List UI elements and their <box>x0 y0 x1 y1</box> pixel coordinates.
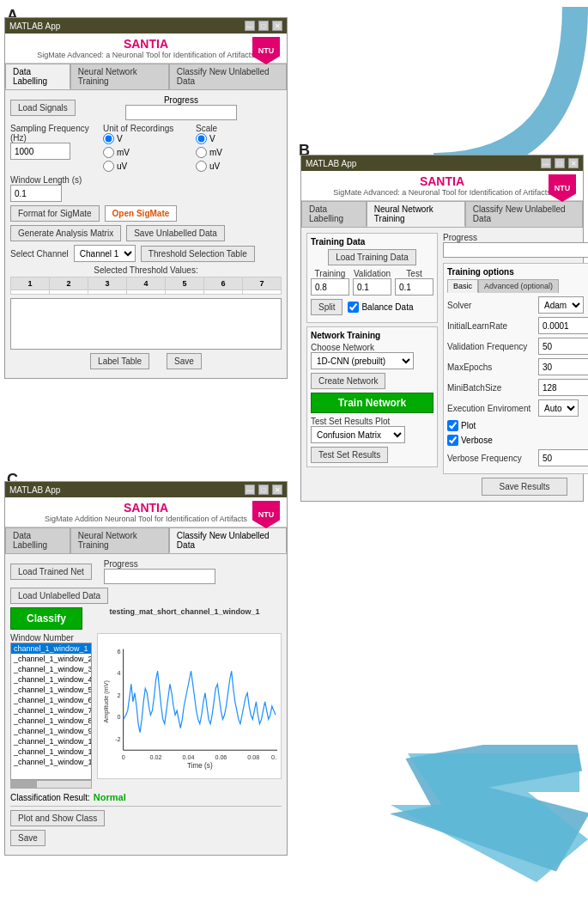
ntu-badge-b: NTU <box>549 174 576 202</box>
maximize-btn-a[interactable]: □ <box>258 21 269 31</box>
channel-select[interactable]: Channel 1 <box>74 245 136 262</box>
list-item-2[interactable]: _channel_1_window_3 <box>11 664 91 674</box>
load-unlabelled-btn[interactable]: Load Unlabelled Data <box>10 588 108 604</box>
maximize-btn-c[interactable]: □ <box>258 484 269 495</box>
list-item-8[interactable]: _channel_1_window_9 <box>11 726 91 736</box>
val-freq-row: Validation Frequency ▲ ▼ <box>447 338 588 355</box>
threshold-scroll-area[interactable] <box>10 298 282 350</box>
sampling-freq-input[interactable] <box>10 143 70 160</box>
classify-btn[interactable]: Classify <box>10 607 82 630</box>
unit-v-radio[interactable] <box>103 133 114 144</box>
train-network-btn[interactable]: Train Network <box>311 393 433 413</box>
minimize-btn-a[interactable]: — <box>245 21 255 31</box>
classification-result-value: Normal <box>94 792 126 802</box>
list-item-9[interactable]: _channel_1_window_1 <box>11 736 91 747</box>
test-input[interactable] <box>395 278 433 296</box>
format-btn[interactable]: Format for SigMate <box>10 205 100 222</box>
threshold-val-7 <box>243 290 282 295</box>
validation-input[interactable] <box>353 278 391 296</box>
load-trained-btn[interactable]: Load Trained Net <box>10 564 92 580</box>
save-btn-a[interactable]: Save <box>167 353 202 369</box>
max-epochs-input[interactable] <box>538 358 588 375</box>
label-table-btn[interactable]: Label Table <box>90 353 149 369</box>
plot-show-class-btn[interactable]: Plot and Show Class <box>10 810 105 826</box>
verbose-checkbox[interactable] <box>447 435 458 446</box>
solver-select[interactable]: Adam <box>538 296 584 314</box>
unit-mv-radio[interactable] <box>103 147 114 158</box>
generate-matrix-btn[interactable]: Generate Analysis Matrix <box>10 225 121 241</box>
split-btn[interactable]: Split <box>311 299 342 315</box>
window-length-input[interactable] <box>10 185 62 202</box>
close-btn-b[interactable]: ✕ <box>568 158 579 168</box>
chart-section: 6 4 2 0 -2 0 0.02 0.04 0.06 0.08 0.1 <box>97 633 282 789</box>
maximize-btn-b[interactable]: □ <box>555 158 565 168</box>
list-item-11[interactable]: _channel_1_window_1 <box>11 757 91 767</box>
advanced-tab[interactable]: Advanced (optional) <box>478 279 559 293</box>
create-network-btn[interactable]: Create Network <box>311 373 385 389</box>
tab-classify-b[interactable]: Classify New Unlabelled Data <box>465 201 583 227</box>
tab-classify-a[interactable]: Classify New Unlabelled Data <box>169 64 287 89</box>
save-results-btn[interactable]: Save Results <box>482 478 568 496</box>
verbose-check[interactable]: Verbose <box>447 435 493 446</box>
list-item-5[interactable]: _channel_1_window_6 <box>11 695 91 705</box>
test-plot-select[interactable]: Confusion Matrix <box>311 426 405 443</box>
lr-input[interactable] <box>538 317 588 334</box>
tab-classify-c[interactable]: Classify New Unlabelled Data <box>169 527 287 553</box>
load-unlabelled-row: Load Unlabelled Data <box>10 588 282 604</box>
exec-env-select[interactable]: Auto <box>538 399 579 417</box>
test-results-btn[interactable]: Test Set Results <box>311 447 388 463</box>
save-unlabelled-btn[interactable]: Save Unlabelled Data <box>126 225 225 241</box>
load-training-btn[interactable]: Load Training Data <box>328 249 416 265</box>
batch-size-spinner: ▲ ▼ <box>538 379 588 396</box>
titlebar-controls-a: — □ ✕ <box>245 21 282 31</box>
lr-row: InitialLearnRate ▲ ▼ <box>447 317 588 334</box>
close-btn-a[interactable]: ✕ <box>272 21 282 31</box>
tab-data-labelling-c[interactable]: Data Labelling <box>5 527 70 553</box>
threshold-table-btn[interactable]: Threshold Selection Table <box>141 246 255 262</box>
close-btn-c[interactable]: ✕ <box>272 484 282 495</box>
list-item-7[interactable]: _channel_1_window_8 <box>11 716 91 726</box>
balance-data-checkbox[interactable] <box>348 302 359 313</box>
balance-data-check[interactable]: Balance Data <box>348 302 413 313</box>
unit-uv-radio[interactable] <box>103 161 114 172</box>
unit-label: Unit of Recordings <box>103 124 189 133</box>
titlebar-title-b: MATLAB App <box>306 159 356 168</box>
val-freq-label: Validation Frequency <box>447 342 533 351</box>
scale-mv-radio[interactable] <box>196 147 207 158</box>
tab-nn-training-b[interactable]: Neural Network Training <box>367 201 465 227</box>
window-list[interactable]: channel_1_window_1 _channel_1_window_2 _… <box>10 643 92 780</box>
tab-data-labelling-b[interactable]: Data Labelling <box>301 201 367 227</box>
scale-label: Scale <box>196 124 282 133</box>
batch-size-label: MiniBatchSize <box>447 383 533 393</box>
list-item-1[interactable]: _channel_1_window_2 <box>11 654 91 664</box>
tab-nn-training-c[interactable]: Neural Network Training <box>70 527 169 553</box>
open-sigmate-btn[interactable]: Open SigMate <box>105 205 178 222</box>
tab-nn-training-a[interactable]: Neural Network Training <box>70 64 169 89</box>
list-item-0[interactable]: channel_1_window_1 <box>11 643 91 654</box>
minimize-btn-b[interactable]: — <box>541 158 551 168</box>
list-item-10[interactable]: _channel_1_window_1 <box>11 747 91 757</box>
training-input[interactable] <box>311 278 349 296</box>
minimize-btn-c[interactable]: — <box>245 484 255 495</box>
load-signals-btn[interactable]: Load Signals <box>10 100 76 116</box>
save-btn-c[interactable]: Save <box>10 830 45 846</box>
batch-size-input[interactable] <box>538 379 588 396</box>
tab-data-labelling-a[interactable]: Data Labelling <box>5 64 70 89</box>
plot-check[interactable]: Plot <box>447 420 476 431</box>
basic-tab[interactable]: Basic <box>447 279 478 293</box>
svg-text:Time (s): Time (s) <box>187 762 213 770</box>
list-scrollbar[interactable] <box>10 780 92 789</box>
list-item-4[interactable]: _channel_1_window_5 <box>11 685 91 695</box>
classification-result-label: Classification Result: <box>10 793 90 802</box>
list-item-3[interactable]: _channel_1_window_4 <box>11 674 91 685</box>
plot-save-row: Plot and Show Class <box>10 810 282 826</box>
network-select[interactable]: 1D-CNN (prebuilt) <box>311 352 414 369</box>
waveform-chart: 6 4 2 0 -2 0 0.02 0.04 0.06 0.08 0.1 <box>97 633 282 779</box>
scale-uv-radio[interactable] <box>196 161 207 172</box>
scale-v-radio[interactable] <box>196 133 207 144</box>
plot-checkbox[interactable] <box>447 420 458 431</box>
val-freq-input[interactable] <box>538 338 588 355</box>
verbose-freq-input[interactable] <box>538 449 588 466</box>
list-item-6[interactable]: _channel_1_window_7 <box>11 705 91 716</box>
format-row: Format for SigMate Open SigMate <box>10 205 282 222</box>
